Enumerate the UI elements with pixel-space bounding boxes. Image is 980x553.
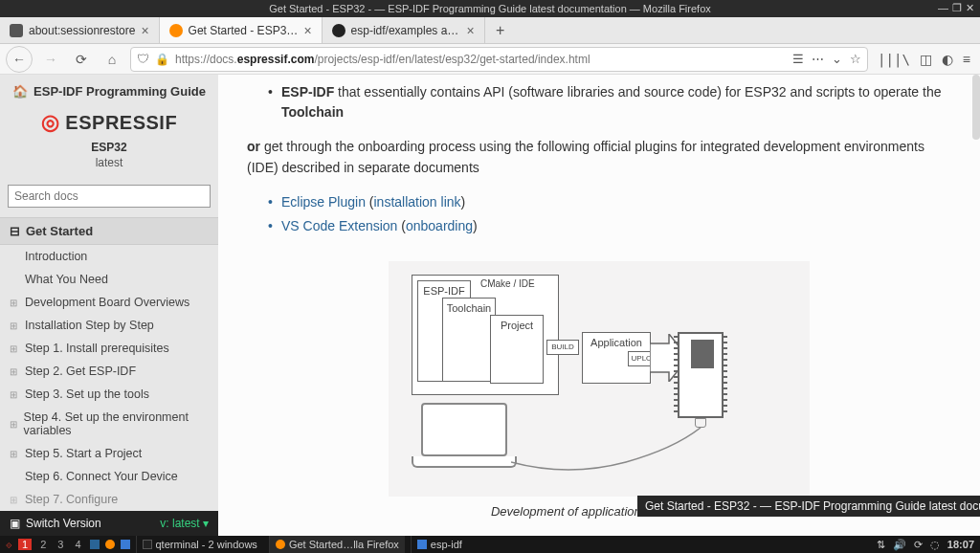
library-icon[interactable]: |||\ [878,52,910,67]
tab-sessionrestore[interactable]: about:sessionrestore × [0,17,160,43]
folder-icon [417,540,427,549]
workspace-2[interactable]: 2 [37,539,49,550]
nav-item-dev-boards[interactable]: ⊞Development Board Overviews [0,291,218,314]
nav-item-introduction[interactable]: Introduction [0,245,218,268]
toolbar-right: |||\ ◫ ◐ ≡ [874,52,974,67]
os-taskbar: ⟐ 1 2 3 4 qterminal - 2 windows Get Star… [0,536,980,553]
browser-navbar: ← → ⟳ ⌂ 🛡 🔒 https://docs.espressif.com/p… [0,44,980,75]
account-icon[interactable]: ◐ [942,52,953,67]
filemanager-launcher-icon[interactable] [90,540,100,549]
os-titlebar: Get Started - ESP32 - — ESP-IDF Programm… [0,0,980,17]
version-label: latest [11,156,207,169]
workspace-1[interactable]: 1 [18,539,32,550]
tray-volume-icon[interactable]: 🔊 [893,539,906,551]
vscode-onboarding-link[interactable]: onboarding [406,218,473,233]
scrollbar-thumb[interactable] [972,75,980,140]
firefox-launcher-icon[interactable] [105,540,115,549]
nav-item-step7[interactable]: ⊞Step 7. Configure [0,488,218,511]
tab-label: Get Started - ESP32 - … [189,24,299,37]
tray-network-icon[interactable]: ⇅ [877,539,885,551]
tray-notifications-icon[interactable]: ◌ [930,539,940,551]
espressif-logo[interactable]: ◎ ESPRESSIF [11,110,207,135]
sidebar-icon[interactable]: ◫ [920,52,932,67]
task-espidf-folder[interactable]: esp-idf [411,536,468,553]
show-desktop-icon[interactable] [121,540,130,549]
page-actions-menu-icon[interactable]: ⋯ [812,52,824,66]
window-title: Get Started - ESP32 - — ESP-IDF Programm… [269,3,711,14]
reload-button[interactable]: ⟳ [69,47,94,72]
nav-item-install-step-by-step[interactable]: ⊞Installation Step by Step [0,314,218,337]
switch-version-button[interactable]: ▣ Switch Version v: latest ▾ [0,511,218,536]
fig-toolchain: Toolchain [442,298,496,382]
nav-item-step1[interactable]: ⊞Step 1. Install prerequisites [0,337,218,360]
minus-icon: ⊟ [10,224,20,238]
workspace-3[interactable]: 3 [55,539,66,550]
maximize-icon[interactable]: ❐ [952,2,962,14]
firefox-icon [276,540,285,549]
lock-icon[interactable]: 🔒 [155,53,169,66]
nav-item-step6[interactable]: Step 6. Connect Your Device [0,465,218,488]
page-actions: ☰ ⋯ ⌄ ☆ [792,52,861,66]
eclipse-install-link[interactable]: installation link [374,194,461,210]
esp-idf-bullet: ESP-IDF that essentially contains API (s… [281,82,951,122]
home-icon: 🏠 [12,84,28,99]
task-firefox[interactable]: Get Started…lla Firefox [269,536,405,553]
tab-close-icon[interactable]: × [141,23,148,38]
workspace-4[interactable]: 4 [72,539,83,550]
nav-item-what-you-need[interactable]: What You Need [0,268,218,291]
new-tab-button[interactable]: + [485,17,516,43]
url-bar[interactable]: 🛡 🔒 https://docs.espressif.com/projects/… [130,47,868,72]
tab-close-icon[interactable]: × [466,23,474,38]
nav-item-step3[interactable]: ⊞Step 3. Set up the tools [0,383,218,406]
switch-version-value: v: latest ▾ [160,517,209,530]
search-input[interactable] [8,185,211,208]
eclipse-plugin-item: Eclipse Plugin (installation link) [281,190,951,214]
or-paragraph: or get through the onboarding process us… [247,136,951,179]
vscode-ext-item: VS Code Extension (onboarding) [281,214,951,238]
docs-content[interactable]: ESP-IDF that essentially contains API (s… [218,75,980,536]
favicon-github-icon [332,24,345,37]
espressif-mark-icon: ◎ [41,110,60,135]
tab-label: esp-idf/examples at ma… [351,24,461,37]
menu-icon[interactable]: ≡ [963,52,970,67]
nav-item-step4[interactable]: ⊞Step 4. Set up the environment variable… [0,406,218,442]
fig-project: Project [490,315,544,384]
bookmark-star-icon[interactable]: ☆ [850,52,861,66]
docs-title: ESP-IDF Programming Guide [33,84,206,99]
vscode-ext-link[interactable]: VS Code Extension [281,218,397,233]
favicon-generic-icon [10,24,23,37]
app-menu-icon[interactable]: ⟐ [6,539,12,550]
nav-section-get-started[interactable]: ⊟ Get Started [0,217,218,245]
home-button[interactable]: ⌂ [100,47,124,72]
reader-mode-icon[interactable]: ☰ [792,52,804,66]
task-terminal[interactable]: qterminal - 2 windows [136,536,263,553]
page: 🏠 ESP-IDF Programming Guide ◎ ESPRESSIF … [0,75,980,536]
tracking-shield-icon[interactable]: 🛡 [137,52,149,66]
chip-name: ESP32 [11,141,207,154]
fig-build: BUILD [546,340,579,355]
terminal-icon [143,540,152,549]
fig-label-cmake: CMake / IDE [480,278,535,289]
nav-item-step5[interactable]: ⊞Step 5. Start a Project [0,442,218,465]
close-icon[interactable]: ✕ [966,2,974,14]
url-text: https://docs.espressif.com/projects/esp-… [175,53,785,66]
logo-text: ESPRESSIF [65,112,177,134]
tab-close-icon[interactable]: × [303,23,311,38]
book-icon: ▣ [10,517,20,530]
eclipse-plugin-link[interactable]: Eclipse Plugin [281,194,366,210]
usb-cable-icon [511,428,702,485]
window-controls: — ❐ ✕ [938,2,974,14]
tab-label: about:sessionrestore [29,24,135,37]
pocket-icon[interactable]: ⌄ [832,52,842,66]
minimize-icon[interactable]: — [938,2,948,14]
tab-espidf-docs[interactable]: Get Started - ESP32 - … × [160,17,323,43]
favicon-espressif-icon [169,24,183,37]
nav-list: Introduction What You Need ⊞Development … [0,245,218,511]
tray-updates-icon[interactable]: ⟳ [914,539,923,551]
docs-home-link[interactable]: 🏠 ESP-IDF Programming Guide [11,84,207,99]
forward-button[interactable]: → [38,47,63,72]
clock[interactable]: 18:07 [947,539,974,550]
nav-item-step2[interactable]: ⊞Step 2. Get ESP-IDF [0,360,218,383]
tab-github-espidf[interactable]: esp-idf/examples at ma… × [323,17,485,43]
back-button[interactable]: ← [6,46,33,73]
